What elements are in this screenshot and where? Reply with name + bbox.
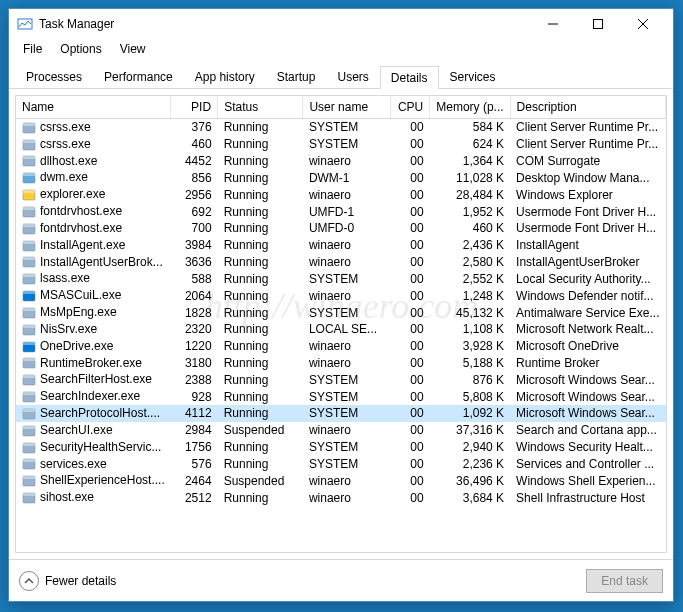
- table-row[interactable]: csrss.exe460RunningSYSTEM00624 KClient S…: [16, 136, 666, 153]
- process-icon: [22, 390, 36, 404]
- table-row[interactable]: InstallAgentUserBrok...3636Runningwinaer…: [16, 254, 666, 271]
- process-icon: [22, 356, 36, 370]
- table-row[interactable]: RuntimeBroker.exe3180Runningwinaero005,1…: [16, 355, 666, 372]
- tab-details[interactable]: Details: [380, 66, 439, 89]
- chevron-up-icon: [19, 571, 39, 591]
- table-row[interactable]: OneDrive.exe1220Runningwinaero003,928 KM…: [16, 338, 666, 355]
- fewer-details-label: Fewer details: [45, 574, 116, 588]
- process-icon: [22, 222, 36, 236]
- svg-rect-42: [23, 426, 35, 429]
- column-header[interactable]: Memory (p...: [430, 96, 510, 119]
- tab-startup[interactable]: Startup: [266, 65, 327, 88]
- menubar: FileOptionsView: [9, 39, 673, 59]
- task-manager-window: Task Manager FileOptionsView ProcessesPe…: [8, 8, 674, 602]
- process-icon: [22, 205, 36, 219]
- svg-rect-40: [23, 409, 35, 412]
- process-table-wrap[interactable]: NamePIDStatusUser nameCPUMemory (p...Des…: [15, 95, 667, 553]
- svg-rect-14: [23, 190, 35, 193]
- column-header[interactable]: Description: [510, 96, 665, 119]
- fewer-details-button[interactable]: Fewer details: [19, 571, 116, 591]
- menu-file[interactable]: File: [15, 40, 50, 58]
- end-task-button[interactable]: End task: [586, 569, 663, 593]
- tab-processes[interactable]: Processes: [15, 65, 93, 88]
- svg-rect-46: [23, 459, 35, 462]
- process-icon: [22, 306, 36, 320]
- table-row[interactable]: dllhost.exe4452Runningwinaero001,364 KCO…: [16, 153, 666, 170]
- svg-rect-38: [23, 392, 35, 395]
- svg-rect-8: [23, 140, 35, 143]
- process-icon: [22, 424, 36, 438]
- close-button[interactable]: [620, 10, 665, 39]
- table-row[interactable]: lsass.exe588RunningSYSTEM002,552 KLocal …: [16, 270, 666, 287]
- svg-rect-6: [23, 123, 35, 126]
- process-icon: [22, 474, 36, 488]
- svg-rect-44: [23, 443, 35, 446]
- svg-rect-16: [23, 207, 35, 210]
- window-title: Task Manager: [39, 17, 530, 31]
- process-icon: [22, 171, 36, 185]
- svg-rect-20: [23, 241, 35, 244]
- table-row[interactable]: fontdrvhost.exe692RunningUMFD-1001,952 K…: [16, 203, 666, 220]
- svg-rect-0: [18, 19, 32, 29]
- process-table: NamePIDStatusUser nameCPUMemory (p...Des…: [16, 96, 666, 506]
- svg-rect-36: [23, 375, 35, 378]
- column-header[interactable]: Name: [16, 96, 171, 119]
- tab-users[interactable]: Users: [326, 65, 379, 88]
- process-icon: [22, 323, 36, 337]
- process-icon: [22, 441, 36, 455]
- minimize-button[interactable]: [530, 10, 575, 39]
- table-row[interactable]: MsMpEng.exe1828RunningSYSTEM0045,132 KAn…: [16, 304, 666, 321]
- process-icon: [22, 188, 36, 202]
- svg-rect-50: [23, 493, 35, 496]
- tab-app-history[interactable]: App history: [184, 65, 266, 88]
- process-icon: [22, 239, 36, 253]
- process-icon: [22, 407, 36, 421]
- footer: Fewer details End task: [9, 559, 673, 601]
- table-row[interactable]: SearchIndexer.exe928RunningSYSTEM005,808…: [16, 388, 666, 405]
- tab-services[interactable]: Services: [439, 65, 507, 88]
- table-row[interactable]: InstallAgent.exe3984Runningwinaero002,43…: [16, 237, 666, 254]
- table-row[interactable]: ShellExperienceHost....2464Suspendedwina…: [16, 472, 666, 489]
- svg-rect-32: [23, 342, 35, 345]
- process-icon: [22, 373, 36, 387]
- table-row[interactable]: sihost.exe2512Runningwinaero003,684 KShe…: [16, 489, 666, 506]
- app-icon: [17, 16, 33, 32]
- column-header[interactable]: User name: [303, 96, 390, 119]
- svg-rect-2: [593, 20, 602, 29]
- table-row[interactable]: dwm.exe856RunningDWM-10011,028 KDesktop …: [16, 169, 666, 186]
- process-icon: [22, 491, 36, 505]
- table-row[interactable]: MSASCuiL.exe2064Runningwinaero001,248 KW…: [16, 287, 666, 304]
- column-header[interactable]: PID: [171, 96, 218, 119]
- table-row[interactable]: NisSrv.exe2320RunningLOCAL SE...001,108 …: [16, 321, 666, 338]
- table-row[interactable]: SecurityHealthServic...1756RunningSYSTEM…: [16, 439, 666, 456]
- tabs: ProcessesPerformanceApp historyStartupUs…: [9, 61, 673, 89]
- table-row[interactable]: SearchProtocolHost....4112RunningSYSTEM0…: [16, 405, 666, 422]
- process-icon: [22, 340, 36, 354]
- svg-rect-30: [23, 325, 35, 328]
- menu-options[interactable]: Options: [52, 40, 109, 58]
- window-buttons: [530, 10, 665, 39]
- process-icon: [22, 272, 36, 286]
- table-row[interactable]: SearchUI.exe2984Suspendedwinaero0037,316…: [16, 422, 666, 439]
- menu-view[interactable]: View: [112, 40, 154, 58]
- svg-rect-34: [23, 358, 35, 361]
- maximize-button[interactable]: [575, 10, 620, 39]
- table-row[interactable]: explorer.exe2956Runningwinaero0028,484 K…: [16, 186, 666, 203]
- titlebar[interactable]: Task Manager: [9, 9, 673, 39]
- table-row[interactable]: services.exe576RunningSYSTEM002,236 KSer…: [16, 456, 666, 473]
- svg-rect-28: [23, 308, 35, 311]
- tab-performance[interactable]: Performance: [93, 65, 184, 88]
- process-icon: [22, 255, 36, 269]
- column-header[interactable]: CPU: [390, 96, 430, 119]
- column-header-row: NamePIDStatusUser nameCPUMemory (p...Des…: [16, 96, 666, 119]
- svg-rect-10: [23, 156, 35, 159]
- column-header[interactable]: Status: [218, 96, 303, 119]
- table-row[interactable]: SearchFilterHost.exe2388RunningSYSTEM008…: [16, 371, 666, 388]
- svg-rect-22: [23, 257, 35, 260]
- svg-rect-18: [23, 224, 35, 227]
- svg-rect-24: [23, 274, 35, 277]
- process-icon: [22, 121, 36, 135]
- table-row[interactable]: csrss.exe376RunningSYSTEM00584 KClient S…: [16, 119, 666, 136]
- table-row[interactable]: fontdrvhost.exe700RunningUMFD-000460 KUs…: [16, 220, 666, 237]
- svg-rect-26: [23, 291, 35, 294]
